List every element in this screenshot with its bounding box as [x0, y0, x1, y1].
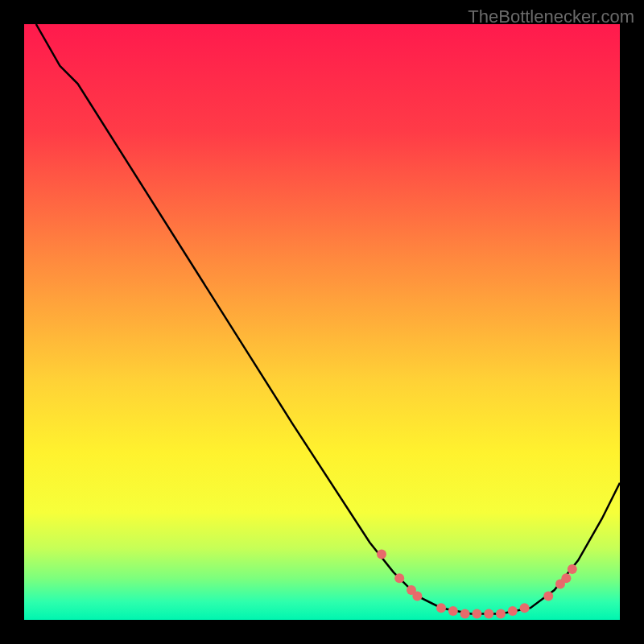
data-point: [472, 609, 481, 619]
watermark-text: TheBottlenecker.com: [468, 6, 634, 27]
data-point: [484, 609, 493, 619]
data-point: [394, 573, 404, 583]
data-point: [520, 603, 530, 613]
data-point: [508, 606, 518, 616]
data-point: [436, 603, 446, 613]
data-point: [543, 591, 553, 601]
data-point: [568, 564, 577, 574]
chart-plot-area: [24, 24, 620, 620]
data-point: [448, 606, 458, 616]
data-point: [496, 609, 506, 619]
data-point: [460, 609, 470, 619]
data-point: [561, 573, 571, 583]
data-point: [412, 591, 422, 601]
data-point: [377, 550, 386, 559]
chart-data-points: [24, 24, 620, 620]
